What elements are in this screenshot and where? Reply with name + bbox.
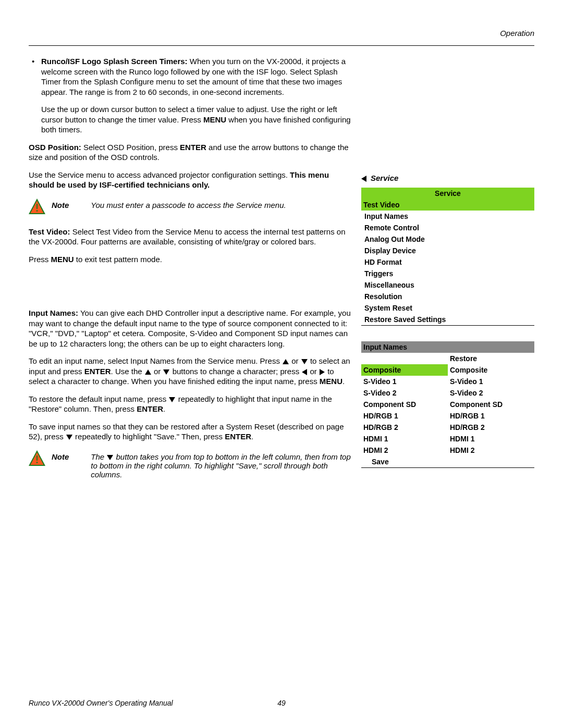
service-menu-item: Triggers	[361, 268, 534, 279]
input-names-table: Input Names Restore CompositeComposite S…	[361, 341, 534, 468]
warning-icon	[29, 199, 45, 214]
main-text-column: Runco/ISF Logo Splash Screen Timers: Whe…	[29, 56, 352, 486]
input-names-header: Input Names	[361, 341, 534, 353]
arrow-down-icon	[107, 455, 113, 460]
note-passcode: Note You must enter a passcode to access…	[29, 198, 352, 214]
footer-title: Runco VX-2000d Owner's Operating Manual	[29, 699, 173, 707]
para-press-menu: Press MENU to exit test pattern mode.	[29, 254, 352, 265]
arrow-up-icon	[145, 369, 151, 375]
input-names-selected-row: CompositeComposite	[361, 364, 534, 376]
header-section: Operation	[29, 29, 534, 38]
arrow-right-icon	[320, 369, 325, 375]
input-names-row: S-Video 2S-Video 2	[361, 387, 534, 399]
para-save: To save input names so that they can be …	[29, 422, 352, 442]
note-label: Note	[52, 198, 69, 209]
input-names-row: HDMI 2HDMI 2	[361, 445, 534, 456]
input-names-row: HD/RGB 1HD/RGB 1	[361, 410, 534, 422]
arrow-down-icon	[301, 359, 308, 364]
service-menu-item: Display Device	[361, 245, 534, 256]
arrow-left-icon	[302, 369, 307, 375]
service-menu-item: Analog Out Mode	[361, 233, 534, 245]
arrow-down-icon	[66, 435, 72, 440]
para-edit: To edit an input name, select Input Name…	[29, 356, 352, 387]
svg-rect-7	[36, 462, 38, 463]
page: Operation Runco/ISF Logo Splash Screen T…	[0, 0, 563, 728]
arrow-down-icon	[169, 397, 175, 402]
arrow-up-icon	[283, 359, 289, 364]
warning-icon	[29, 450, 45, 466]
para-testvideo: Test Video: Select Test Video from the S…	[29, 227, 352, 247]
input-names-save-row: Save	[361, 456, 534, 468]
service-menu-selected: Test Video	[361, 199, 534, 211]
input-names-row: HDMI 1HDMI 1	[361, 433, 534, 445]
top-rule	[29, 45, 534, 46]
bullet-splash-timers: Runco/ISF Logo Splash Screen Timers: Whe…	[29, 56, 352, 97]
para-service-intro: Use the Service menu to access advanced …	[29, 170, 352, 190]
input-names-row: Component SDComponent SD	[361, 399, 534, 410]
input-names-row: S-Video 1S-Video 1	[361, 376, 534, 387]
svg-rect-3	[36, 210, 38, 212]
arrow-down-icon	[163, 369, 169, 375]
para-cursor: Use the up or down cursor button to sele…	[29, 104, 352, 135]
input-names-restore-row: Restore	[361, 353, 534, 364]
service-menu-title-row: Service	[361, 188, 534, 199]
para-restore: To restore the default input name, press…	[29, 394, 352, 414]
service-menu-table: Service Test Video Input Names Remote Co…	[361, 188, 534, 326]
content-columns: Runco/ISF Logo Splash Screen Timers: Whe…	[29, 56, 534, 486]
service-heading: Service	[361, 174, 534, 182]
bullet-title: Runco/ISF Logo Splash Screen Timers:	[41, 57, 188, 66]
service-menu-item: Miscellaneous	[361, 279, 534, 291]
page-number: 49	[277, 699, 286, 707]
input-names-row: HD/RGB 2HD/RGB 2	[361, 422, 534, 433]
service-menu-item: Remote Control	[361, 222, 534, 233]
note-text: You must enter a passcode to access the …	[91, 198, 352, 209]
service-menu-item: Restore Saved Settings	[361, 314, 534, 326]
sidebar-column: Service Service Test Video Input Names R…	[361, 56, 534, 486]
service-menu-item: HD Format	[361, 256, 534, 268]
service-menu-item: Input Names	[361, 211, 534, 222]
service-menu-item: System Reset	[361, 302, 534, 314]
footer: Runco VX-2000d Owner's Operating Manual …	[29, 699, 534, 707]
para-inputnames: Input Names: You can give each DHD Contr…	[29, 308, 352, 349]
svg-rect-2	[36, 204, 38, 209]
para-osd: OSD Position: Select OSD Position, press…	[29, 142, 352, 163]
note-label: Note	[52, 449, 69, 461]
svg-rect-6	[36, 455, 38, 461]
note-text: The button takes you from top to bottom …	[91, 449, 352, 479]
note-nav: Note The button takes you from top to bo…	[29, 449, 352, 479]
service-menu-item: Resolution	[361, 291, 534, 302]
